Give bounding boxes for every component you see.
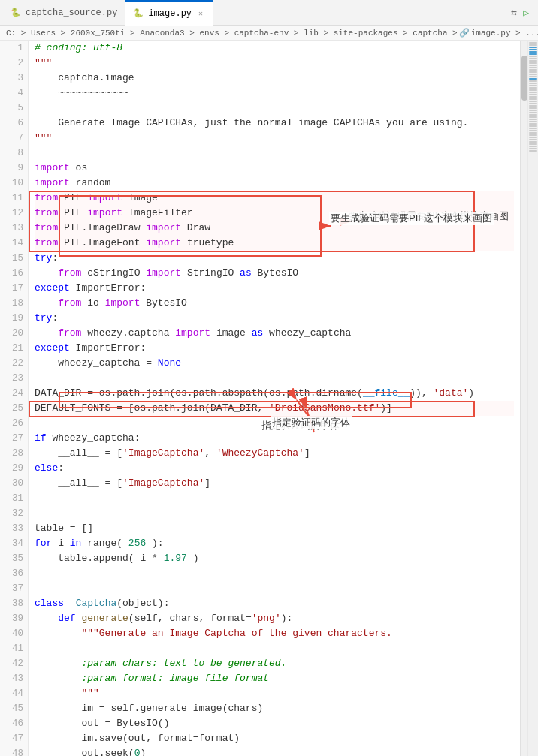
- code-line-13: from PIL.ImageDraw import Draw: [35, 221, 514, 236]
- line-num-27: 27: [0, 431, 28, 446]
- line-num-34: 34: [0, 536, 28, 551]
- line-num-36: 36: [0, 566, 28, 581]
- code-line-5: [35, 101, 514, 116]
- line-num-38: 38: [0, 596, 28, 611]
- code-line-14: from PIL.ImageFont import truetype: [35, 236, 514, 251]
- code-line-2: """: [35, 56, 514, 71]
- breadcrumb-file-icon: 🔗: [459, 28, 470, 38]
- line-num-35: 35: [0, 551, 28, 566]
- code-line-1: # coding: utf-8: [35, 41, 514, 56]
- line-num-17: 17: [0, 281, 28, 296]
- code-line-12: from PIL import ImageFilter: [35, 206, 514, 221]
- line-num-1: 1: [0, 41, 28, 56]
- line-num-4: 4: [0, 86, 28, 101]
- code-line-45: im = self.generate_image(chars): [35, 701, 514, 716]
- line-num-43: 43: [0, 671, 28, 686]
- code-line-3: captcha.image: [35, 71, 514, 86]
- line-num-11: 11: [0, 191, 28, 206]
- code-area[interactable]: # coding: utf-8 """ captcha.image ~~~~~~…: [29, 41, 520, 756]
- code-line-21: except ImportError:: [35, 341, 514, 356]
- line-num-29: 29: [0, 461, 28, 476]
- tab-captcha-source[interactable]: 🐍 captcha_source.py: [3, 0, 125, 26]
- line-num-2: 2: [0, 56, 28, 71]
- code-line-4: ~~~~~~~~~~~~: [35, 86, 514, 101]
- line-num-31: 31: [0, 491, 28, 506]
- code-container: 1 2 3 4 5 6 7 8 9 10 11 12 13 14 15 16 1…: [0, 41, 538, 756]
- line-num-23: 23: [0, 371, 28, 386]
- tab-actions: ⇆ ▷: [511, 7, 535, 19]
- line-num-21: 21: [0, 341, 28, 356]
- code-line-38: class _Captcha(object):: [35, 596, 514, 611]
- line-num-18: 18: [0, 296, 28, 311]
- line-num-42: 42: [0, 656, 28, 671]
- code-line-9: import os: [35, 161, 514, 176]
- code-line-36: [35, 566, 514, 581]
- scrollbar[interactable]: [520, 41, 527, 756]
- code-line-28: __all__ = ['ImageCaptcha', 'WheezyCaptch…: [35, 446, 514, 461]
- split-editor-icon[interactable]: ⇆: [511, 7, 517, 19]
- code-line-11: from PIL import Image: [35, 191, 514, 206]
- line-num-44: 44: [0, 686, 28, 701]
- line-num-22: 22: [0, 356, 28, 371]
- code-line-33: table = []: [35, 521, 514, 536]
- code-line-18: from io import BytesIO: [35, 296, 514, 311]
- line-num-25: 25: [0, 401, 28, 416]
- code-line-19: try:: [35, 311, 514, 326]
- line-num-7: 7: [0, 131, 28, 146]
- code-line-6: Generate Image CAPTCHAs, just the normal…: [35, 116, 514, 131]
- code-line-37: [35, 581, 514, 596]
- tab-close-button[interactable]: ✕: [196, 8, 205, 19]
- tab-label-2: image.py: [148, 8, 192, 19]
- line-num-26: 26: [0, 416, 28, 431]
- line-num-15: 15: [0, 251, 28, 266]
- code-line-8: [35, 146, 514, 161]
- code-line-7: """: [35, 131, 514, 146]
- line-num-12: 12: [0, 206, 28, 221]
- line-num-19: 19: [0, 311, 28, 326]
- tab-image-py[interactable]: 🐍 image.py ✕: [125, 0, 213, 26]
- editor-window: 🐍 captcha_source.py 🐍 image.py ✕ ⇆ ▷ C: …: [0, 0, 538, 756]
- code-line-32: [35, 506, 514, 521]
- code-line-48: out.seek(0): [35, 746, 514, 756]
- tab-bar: 🐍 captcha_source.py 🐍 image.py ✕ ⇆ ▷: [0, 0, 538, 26]
- scrollbar-thumb[interactable]: [521, 56, 527, 101]
- file-icon-1: 🐍: [11, 8, 21, 17]
- line-num-45: 45: [0, 701, 28, 716]
- code-line-16: from cStringIO import StringIO as BytesI…: [35, 266, 514, 281]
- code-line-27: if wheezy_captcha:: [35, 431, 514, 446]
- line-num-41: 41: [0, 641, 28, 656]
- code-line-25: DEFAULT_FONTS = [os.path.join(DATA_DIR, …: [35, 401, 514, 416]
- line-num-8: 8: [0, 146, 28, 161]
- line-num-40: 40: [0, 626, 28, 641]
- line-num-14: 14: [0, 236, 28, 251]
- code-line-15: try:: [35, 251, 514, 266]
- code-line-39: def generate(self, chars, format='png'):: [35, 611, 514, 626]
- line-num-16: 16: [0, 266, 28, 281]
- line-num-10: 10: [0, 176, 28, 191]
- code-line-44: """: [35, 686, 514, 701]
- code-line-30: __all__ = ['ImageCaptcha']: [35, 476, 514, 491]
- line-numbers: 1 2 3 4 5 6 7 8 9 10 11 12 13 14 15 16 1…: [0, 41, 29, 756]
- code-line-41: [35, 641, 514, 656]
- code-line-10: import random: [35, 176, 514, 191]
- line-num-33: 33: [0, 521, 28, 536]
- code-line-24: DATA_DIR = os.path.join(os.path.abspath(…: [35, 386, 514, 401]
- run-icon[interactable]: ▷: [523, 7, 529, 19]
- code-line-43: :param format: image file format: [35, 671, 514, 686]
- code-line-47: im.save(out, format=format): [35, 731, 514, 746]
- breadcrumb-text: C: > Users > 2600x_750ti > Anaconda3 > e…: [6, 29, 458, 38]
- line-num-30: 30: [0, 476, 28, 491]
- code-line-40: """Generate an Image Captcha of the give…: [35, 626, 514, 641]
- code-line-42: :param chars: text to be generated.: [35, 656, 514, 671]
- line-num-13: 13: [0, 221, 28, 236]
- line-num-28: 28: [0, 446, 28, 461]
- tab-label-1: captcha_source.py: [26, 8, 117, 18]
- line-num-24: 24: [0, 386, 28, 401]
- code-line-20: from wheezy.captcha import image as whee…: [35, 326, 514, 341]
- code-line-34: for i in range( 256 ):: [35, 536, 514, 551]
- line-num-39: 39: [0, 611, 28, 626]
- line-num-46: 46: [0, 716, 28, 731]
- editor-body: 1 2 3 4 5 6 7 8 9 10 11 12 13 14 15 16 1…: [0, 41, 538, 756]
- code-line-17: except ImportError:: [35, 281, 514, 296]
- minimap: [527, 41, 538, 756]
